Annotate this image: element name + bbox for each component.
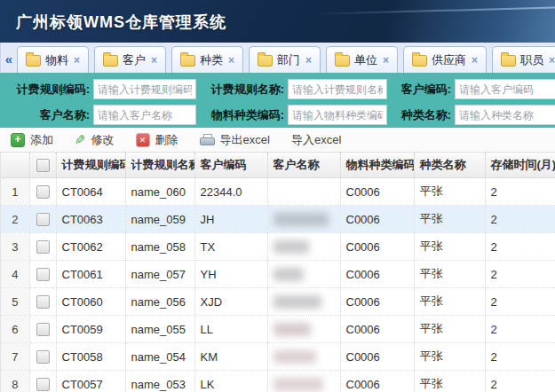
folder-icon bbox=[180, 55, 195, 67]
tab-单位[interactable]: 单位× bbox=[326, 46, 398, 73]
tab-close-icon[interactable]: × bbox=[305, 54, 312, 67]
table-row[interactable]: 3CT0062name_058TXC0006平张2 bbox=[1, 233, 555, 261]
col-material-category-code[interactable]: 物料种类编码 bbox=[340, 153, 414, 178]
redacted-blur bbox=[274, 350, 316, 364]
tab-物料[interactable]: 物料× bbox=[17, 46, 89, 73]
billing-rule-name-cell: name_058 bbox=[125, 233, 194, 261]
category-name-label: 种类名称: bbox=[387, 107, 451, 123]
row-checkbox[interactable] bbox=[36, 378, 50, 391]
table-row[interactable]: 4CT0061name_057YHC0006平张2 bbox=[1, 261, 555, 288]
material-category-code-cell: C0006 bbox=[340, 261, 414, 288]
col-customer-name[interactable]: 客户名称 bbox=[267, 153, 340, 178]
customer-code-cell: XJD bbox=[194, 288, 267, 316]
material-category-code-cell: C0006 bbox=[340, 178, 414, 206]
tab-label: 职员 bbox=[520, 52, 543, 68]
category-name-cell: 平张 bbox=[414, 206, 485, 233]
delete-button-label: 删除 bbox=[155, 132, 178, 148]
tab-close-icon[interactable]: × bbox=[228, 54, 234, 67]
billing-rule-name-cell: name_054 bbox=[125, 343, 194, 371]
row-checkbox[interactable] bbox=[36, 350, 50, 364]
category-name-cell: 平张 bbox=[414, 178, 485, 206]
row-checkbox-cell bbox=[29, 343, 56, 371]
col-storage-time[interactable]: 存储时间(月) bbox=[485, 153, 555, 178]
delete-button[interactable]: ✕ 删除 bbox=[136, 132, 178, 148]
row-checkbox[interactable] bbox=[36, 185, 50, 199]
category-name-input[interactable] bbox=[455, 105, 555, 125]
billing-rule-name-cell: name_056 bbox=[125, 288, 194, 316]
billing-rule-name-cell: name_059 bbox=[125, 206, 194, 233]
table-row[interactable]: 1CT0064name_06022344.0C0006平张2 bbox=[1, 178, 555, 206]
material-category-code-cell: C0006 bbox=[340, 343, 414, 371]
redacted-blur bbox=[274, 268, 304, 281]
storage-time-cell: 2 bbox=[485, 371, 555, 392]
col-billing-rule-name[interactable]: 计费规则名称 bbox=[125, 153, 194, 178]
search-row-1: 计费规则编码: 计费规则名称: 客户编码: bbox=[4, 79, 551, 99]
row-checkbox[interactable] bbox=[36, 213, 50, 226]
category-name-cell: 平张 bbox=[414, 371, 485, 392]
billing-rule-code-cell: CT0061 bbox=[56, 261, 125, 288]
collapse-tabs-icon[interactable]: « bbox=[1, 46, 17, 73]
col-customer-code[interactable]: 客户编码 bbox=[194, 153, 267, 178]
tab-供应商[interactable]: 供应商× bbox=[403, 46, 487, 73]
tab-种类[interactable]: 种类× bbox=[171, 46, 243, 73]
row-number-cell: 7 bbox=[1, 343, 29, 371]
customer-name-cell bbox=[267, 288, 340, 316]
customer-code-cell: LL bbox=[194, 316, 267, 343]
row-number-cell: 5 bbox=[1, 288, 29, 316]
table-row[interactable]: 5CT0060name_056XJDC0006平张2 bbox=[1, 288, 555, 316]
tab-label: 供应商 bbox=[432, 52, 466, 68]
table-row[interactable]: 6CT0059name_055LLC0006平张2 bbox=[1, 316, 555, 343]
export-excel-button[interactable]: 导出excel bbox=[200, 132, 270, 148]
edit-button[interactable]: ✎ 修改 bbox=[75, 132, 115, 148]
material-category-code-cell: C0006 bbox=[340, 371, 414, 392]
folder-icon bbox=[501, 55, 516, 67]
tab-label: 单位 bbox=[354, 52, 377, 68]
row-checkbox[interactable] bbox=[36, 295, 50, 309]
tab-close-icon[interactable]: × bbox=[74, 54, 80, 67]
tab-close-icon[interactable]: × bbox=[383, 54, 389, 67]
search-row-2: 客户名称: 物料种类编码: 种类名称: bbox=[4, 105, 551, 125]
tab-close-icon[interactable]: × bbox=[549, 54, 555, 67]
billing-rule-code-cell: CT0057 bbox=[56, 371, 125, 392]
col-category-name[interactable]: 种类名称 bbox=[414, 153, 485, 178]
tab-close-icon[interactable]: × bbox=[472, 54, 478, 67]
col-billing-rule-code[interactable]: 计费规则编码 bbox=[56, 153, 125, 178]
material-category-code-input[interactable] bbox=[288, 105, 387, 125]
billing-rule-code-cell: CT0059 bbox=[56, 316, 125, 343]
billing-rule-code-cell: CT0062 bbox=[56, 233, 125, 261]
customer-code-cell: 22344.0 bbox=[194, 178, 267, 206]
tab-职员[interactable]: 职员× bbox=[492, 46, 555, 73]
wms-app-window: 广州标领WMS仓库管理系统 « 物料×客户×种类×部门×单位×供应商×职员×仓库… bbox=[0, 0, 555, 392]
row-checkbox-cell bbox=[29, 371, 56, 392]
billing-rule-code-input[interactable] bbox=[93, 79, 196, 99]
table-row[interactable]: 8CT0057name_053LKC0006平张2 bbox=[1, 371, 555, 392]
tab-label: 种类 bbox=[200, 52, 223, 68]
material-category-code-cell: C0006 bbox=[340, 316, 414, 343]
import-excel-button[interactable]: 导入excel bbox=[291, 132, 341, 148]
redacted-blur bbox=[274, 295, 321, 309]
billing-rule-name-cell: name_057 bbox=[125, 261, 194, 288]
row-checkbox-cell bbox=[29, 206, 56, 233]
add-button[interactable]: + 添加 bbox=[11, 132, 53, 148]
tab-客户[interactable]: 客户× bbox=[94, 46, 166, 73]
customer-code-input[interactable] bbox=[455, 79, 555, 99]
category-name-cell: 平张 bbox=[414, 261, 485, 288]
row-checkbox[interactable] bbox=[36, 240, 50, 254]
printer-icon bbox=[200, 134, 215, 146]
tab-close-icon[interactable]: × bbox=[151, 54, 157, 67]
row-checkbox[interactable] bbox=[36, 323, 50, 336]
customer-name-cell bbox=[267, 206, 340, 233]
customer-code-cell: TX bbox=[194, 233, 267, 261]
field-customer-code: 客户编码: bbox=[387, 79, 555, 99]
table-row[interactable]: 2CT0063name_059JHC0006平张2 bbox=[1, 206, 555, 233]
redacted-blur bbox=[274, 213, 329, 226]
customer-name-label: 客户名称: bbox=[4, 107, 90, 123]
tab-部门[interactable]: 部门× bbox=[249, 46, 321, 73]
table-row[interactable]: 7CT0058name_054KMC0006平张2 bbox=[1, 343, 555, 371]
storage-time-cell: 2 bbox=[485, 206, 555, 233]
select-all-checkbox[interactable] bbox=[36, 159, 50, 172]
storage-time-cell: 2 bbox=[485, 288, 555, 316]
row-checkbox[interactable] bbox=[36, 268, 50, 281]
customer-name-input[interactable] bbox=[93, 105, 196, 125]
billing-rule-name-input[interactable] bbox=[288, 79, 387, 99]
